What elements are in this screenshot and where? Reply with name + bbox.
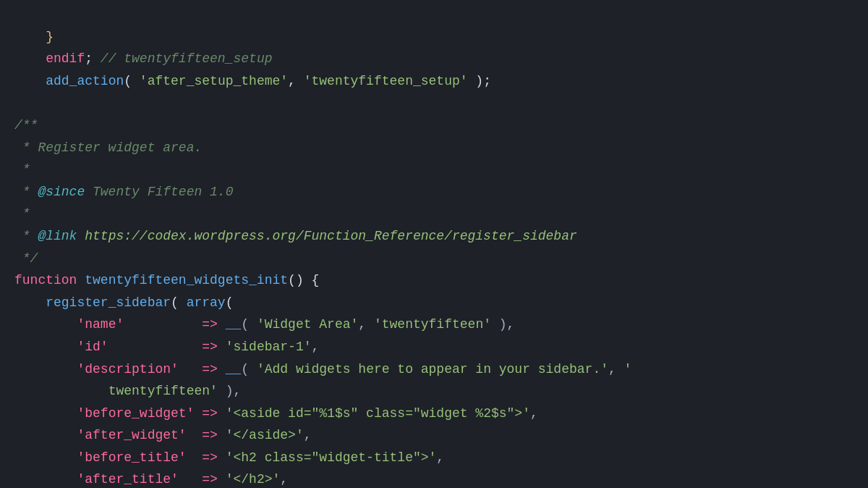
line-15: 'id' => 'sidebar-1', (14, 340, 319, 354)
line-8: * @since Twenty Fifteen 1.0 (14, 185, 233, 199)
line-3: add_action( 'after_setup_theme', 'twenty… (14, 74, 491, 88)
line-17: twentyfifteen' ), (14, 384, 241, 398)
line-6: * Register widget area. (14, 140, 202, 155)
line-20: 'before_title' => '<h2 class="widget-tit… (14, 450, 444, 465)
line-1: } (14, 30, 54, 44)
line-2: endif; // twentyfifteen_setup (14, 51, 272, 66)
line-14: 'name' => __( 'Widget Area', 'twentyfift… (14, 317, 514, 332)
line-18: 'before_widget' => '<aside id="%1$s" cla… (14, 406, 538, 421)
line-21: 'after_title' => '</h2>', (14, 472, 288, 487)
line-5: /** (14, 118, 38, 132)
line-10: * @link https://codex.wordpress.org/Func… (14, 229, 577, 243)
line-11: */ (14, 251, 38, 266)
line-12: function twentyfifteen_widgets_init() { (14, 273, 319, 287)
line-16: 'description' => __( 'Add widgets here t… (14, 362, 631, 376)
code-content: } endif; // twentyfifteen_setup add_acti… (14, 4, 868, 488)
line-9: * (14, 206, 30, 221)
code-editor: } endif; // twentyfifteen_setup add_acti… (0, 0, 868, 488)
line-19: 'after_widget' => '</aside>', (14, 428, 312, 442)
line-7: * (14, 162, 30, 177)
line-13: register_sidebar( array( (14, 295, 233, 310)
